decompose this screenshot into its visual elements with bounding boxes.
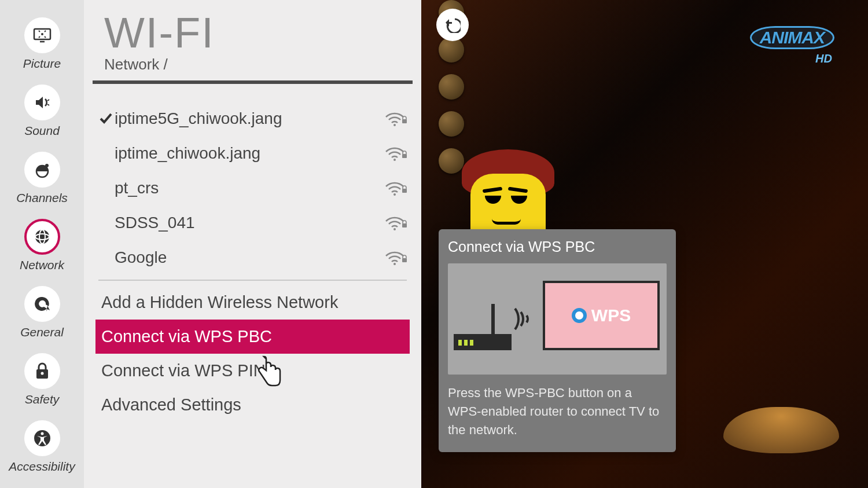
svg-line-7 xyxy=(47,100,49,101)
wps-tooltip-card: Connect via WPS PBC WPS Press the WPS-PB… xyxy=(439,229,676,452)
connect-wps-pbc-option[interactable]: Connect via WPS PBC xyxy=(95,320,410,354)
add-hidden-network-option[interactable]: Add a Hidden Wireless Network xyxy=(95,285,410,320)
sidebar-item-channels[interactable]: Channels xyxy=(0,146,84,213)
svg-rect-25 xyxy=(402,223,407,228)
wifi-network-row[interactable]: Google xyxy=(93,240,413,275)
sidebar-item-sound[interactable]: Sound xyxy=(0,79,84,146)
sound-icon xyxy=(24,85,60,120)
wifi-secured-icon xyxy=(379,249,408,266)
sidebar-item-label: Channels xyxy=(16,191,68,205)
wifi-secured-icon xyxy=(379,110,408,127)
back-arrow-icon xyxy=(444,17,461,33)
wifi-ssid: pt_crs xyxy=(115,179,379,197)
wifi-settings-panel: WI-FI Network / iptime5G_chiwook.jang ip… xyxy=(84,0,421,488)
svg-point-15 xyxy=(41,372,43,375)
svg-line-5 xyxy=(45,36,46,38)
sidebar-item-label: Picture xyxy=(23,57,61,71)
tv-content-preview: ANIMAX HD Connect via WPS PBC WPS Press … xyxy=(421,0,868,488)
connect-wps-pin-option[interactable]: Connect via WPS PIN xyxy=(95,354,410,388)
general-icon xyxy=(24,286,60,322)
sidebar-item-label: General xyxy=(20,325,64,339)
tooltip-body: Press the WPS-PBC button on a WPS-enable… xyxy=(448,384,667,439)
tv-icon: WPS xyxy=(543,281,660,350)
wifi-network-row[interactable]: pt_crs xyxy=(93,171,413,206)
sidebar-item-general[interactable]: General xyxy=(0,280,84,347)
settings-header: WI-FI Network / xyxy=(93,12,413,84)
wifi-network-list: iptime5G_chiwook.jang iptime_chiwook.jan… xyxy=(84,84,421,422)
sidebar-item-network[interactable]: Network xyxy=(0,213,84,280)
wifi-network-row[interactable]: iptime_chiwook.jang xyxy=(93,136,413,171)
wifi-network-row[interactable]: SDSS_041 xyxy=(93,206,413,240)
decorative-object xyxy=(723,407,839,453)
sidebar-item-label: Sound xyxy=(24,124,60,138)
wifi-network-row[interactable]: iptime5G_chiwook.jang xyxy=(93,101,413,136)
page-title: WI-FI xyxy=(104,12,401,54)
wps-label: WPS xyxy=(591,306,631,325)
svg-point-10 xyxy=(45,164,49,167)
sidebar-item-label: Safety xyxy=(25,392,60,406)
svg-point-1 xyxy=(41,33,43,35)
svg-point-22 xyxy=(393,193,396,196)
svg-line-4 xyxy=(39,36,40,38)
advanced-settings-option[interactable]: Advanced Settings xyxy=(95,388,410,422)
sidebar-item-label: Network xyxy=(20,258,64,272)
svg-rect-27 xyxy=(402,258,407,262)
svg-rect-21 xyxy=(402,154,407,158)
channel-logo: ANIMAX xyxy=(750,26,834,49)
sidebar-item-safety[interactable]: Safety xyxy=(0,347,84,414)
channel-quality-badge: HD xyxy=(815,52,832,65)
router-icon xyxy=(454,334,512,350)
sidebar-item-label: Accessibility xyxy=(9,460,75,474)
settings-sidebar: Picture Sound Channels Network General S… xyxy=(0,0,84,488)
wifi-ssid: SDSS_041 xyxy=(115,214,379,232)
tooltip-illustration: WPS xyxy=(448,263,667,375)
accessibility-icon xyxy=(24,420,60,456)
svg-point-17 xyxy=(41,432,43,435)
tooltip-title: Connect via WPS PBC xyxy=(448,239,667,255)
sidebar-item-accessibility[interactable]: Accessibility xyxy=(0,414,84,482)
svg-line-2 xyxy=(39,31,40,32)
wifi-secured-icon xyxy=(379,145,408,162)
sidebar-item-picture[interactable]: Picture xyxy=(0,12,84,79)
svg-point-26 xyxy=(393,263,396,265)
wifi-secured-icon xyxy=(379,214,408,232)
svg-rect-23 xyxy=(402,189,407,193)
wifi-secured-icon xyxy=(379,179,408,197)
wps-button-icon xyxy=(572,308,587,323)
signal-icon xyxy=(512,303,539,337)
channels-icon xyxy=(24,152,60,188)
svg-point-11 xyxy=(35,230,49,244)
breadcrumb: Network / xyxy=(104,56,401,74)
svg-point-24 xyxy=(393,228,396,230)
svg-rect-19 xyxy=(402,119,407,123)
svg-point-18 xyxy=(393,124,396,126)
back-button[interactable] xyxy=(436,9,469,41)
svg-line-8 xyxy=(47,104,49,105)
wifi-ssid: Google xyxy=(115,248,379,267)
safety-icon xyxy=(24,353,60,389)
divider xyxy=(98,280,407,281)
wifi-ssid: iptime_chiwook.jang xyxy=(115,144,379,163)
picture-icon xyxy=(24,17,60,53)
svg-point-20 xyxy=(393,159,396,161)
svg-line-3 xyxy=(45,31,46,32)
wifi-ssid: iptime5G_chiwook.jang xyxy=(115,109,379,128)
checkmark-icon xyxy=(97,113,115,124)
network-icon xyxy=(24,219,60,255)
